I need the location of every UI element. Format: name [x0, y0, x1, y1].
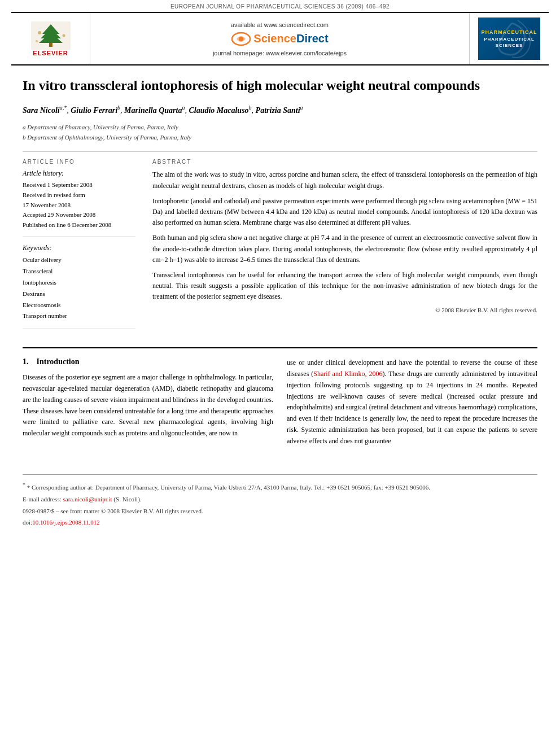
authors-line: Sara Nicolia,*, Giulio Ferrarib, Marinel… [23, 103, 537, 117]
received-revised-date: 17 November 2008 [23, 200, 135, 211]
abstract-heading: ABSTRACT [152, 159, 537, 165]
published-date: Published on line 6 December 2008 [23, 220, 135, 230]
sd-logo-text: ScienceDirect [253, 32, 328, 45]
pharma-logo-title: PHARMACEUTICAL [480, 29, 538, 36]
doi-note: doi:10.1016/j.ejps.2008.11.012 [23, 519, 537, 526]
page-wrapper: EUROPEAN JOURNAL OF PHARMACEUTICAL SCIEN… [0, 0, 560, 747]
affiliations: a Department of Pharmacy, University of … [23, 123, 537, 142]
corresponding-author-note: * * Corresponding author at: Department … [23, 480, 537, 492]
pharma-logo-box: PHARMACEUTICAL PHARMACEUTICAL SCIENCES [470, 13, 549, 64]
section-title-text: Introduction [37, 357, 80, 366]
keyword-electroosmosis: Electroosmosis [23, 300, 135, 311]
history-label: Article history: [23, 169, 135, 178]
main-content: In vitro transscleral iontophoresis of h… [0, 65, 560, 463]
abstract-para-3: Both human and pig sclera show a net neg… [152, 233, 537, 265]
affiliation-a: a Department of Pharmacy, University of … [23, 123, 537, 133]
reference-sharif: Sharif and Klimko, 2006 [313, 370, 382, 378]
email-link[interactable]: sara.nicoli@unipr.it [63, 496, 112, 503]
issn-note: 0928-0987/$ – see front matter © 2008 El… [23, 506, 537, 517]
keyword-ocular: Ocular delivery [23, 255, 135, 266]
elsevier-logo-box: ELSEVIER [11, 13, 90, 64]
pharma-logo: PHARMACEUTICAL PHARMACEUTICAL SCIENCES [478, 18, 540, 60]
keywords-divider [23, 329, 135, 329]
elsevier-tree-icon [31, 21, 71, 50]
available-text: available at www.sciencedirect.com [231, 21, 329, 28]
svg-point-7 [36, 40, 38, 42]
journal-header: ELSEVIER available at www.sciencedirect.… [11, 12, 549, 65]
keyword-iontophoresis: Iontophoresis [23, 277, 135, 289]
body-col-right: use or under clinical development and ha… [287, 357, 537, 451]
keyword-dextrans: Dextrans [23, 289, 135, 300]
journal-header-bar: EUROPEAN JOURNAL OF PHARMACEUTICAL SCIEN… [0, 0, 560, 12]
intro-para-left: Diseases of the posterior eye segment ar… [23, 372, 273, 439]
author-nicoli: Sara Nicoli [23, 106, 60, 115]
abstract-column: ABSTRACT The aim of the work was to stud… [152, 159, 537, 336]
author-ferrari: Giulio Ferrari [71, 106, 117, 115]
pharma-logo-subtitle: PHARMACEUTICAL SCIENCES [480, 36, 538, 49]
author-quarta: Marinella Quarta [124, 106, 182, 115]
doi-link[interactable]: 10.1016/j.ejps.2008.11.012 [32, 519, 100, 526]
received-date: Received 1 September 2008 [23, 180, 135, 190]
svg-point-5 [38, 31, 41, 34]
svg-point-6 [62, 34, 65, 37]
keywords-label: Keywords: [23, 244, 135, 252]
author-santi: Patrizia Santi [256, 106, 300, 115]
abstract-para-4: Transscleral iontophoresis can be useful… [152, 270, 537, 303]
article-info-heading: ARTICLE INFO [23, 159, 135, 165]
keyword-transport: Transport number [23, 311, 135, 322]
body-section: 1. Introduction Diseases of the posterio… [23, 347, 537, 451]
elsevier-brand: ELSEVIER [33, 50, 68, 56]
sd-logo-icon [231, 32, 251, 46]
abstract-para-1: The aim of the work was to study in vitr… [152, 169, 537, 191]
homepage-text: journal homepage: www.elsevier.com/locat… [213, 50, 347, 56]
keyword-transscleral: Transscleral [23, 266, 135, 277]
body-two-col: 1. Introduction Diseases of the posterio… [23, 357, 537, 451]
info-abstract-section: ARTICLE INFO Article history: Received 1… [23, 159, 537, 336]
header-divider [23, 151, 537, 152]
received-revised-label: Received in revised form [23, 190, 135, 200]
keywords-section: Keywords: Ocular delivery Transscleral I… [23, 244, 135, 322]
sciencedirect-logo: ScienceDirect [231, 32, 328, 46]
journal-center: available at www.sciencedirect.com Scien… [90, 13, 470, 64]
copyright-notice: © 2008 Elsevier B.V. All rights reserved… [152, 307, 537, 313]
author-macaluso: Claudio Macaluso [189, 106, 248, 115]
abstract-para-2: Iontophoretic (anodal and cathodal) and … [152, 196, 537, 229]
footer-section: * * Corresponding author at: Department … [23, 474, 537, 537]
article-history: Article history: Received 1 September 20… [23, 169, 135, 230]
intro-para-right: use or under clinical development and ha… [287, 357, 537, 447]
affiliation-b: b Department of Ophthalmology, Universit… [23, 133, 537, 143]
body-col-left: 1. Introduction Diseases of the posterio… [23, 357, 273, 451]
section-1-title: 1. Introduction [23, 357, 273, 366]
accepted-date: Accepted 29 November 2008 [23, 210, 135, 220]
article-info-column: ARTICLE INFO Article history: Received 1… [23, 159, 135, 336]
svg-point-9 [239, 37, 243, 41]
article-title: In vitro transscleral iontophoresis of h… [23, 77, 537, 94]
section-number: 1. [23, 357, 29, 366]
email-note: E-mail address: sara.nicoli@unipr.it (S.… [23, 495, 537, 505]
journal-citation: EUROPEAN JOURNAL OF PHARMACEUTICAL SCIEN… [170, 3, 390, 10]
info-divider [23, 237, 135, 237]
